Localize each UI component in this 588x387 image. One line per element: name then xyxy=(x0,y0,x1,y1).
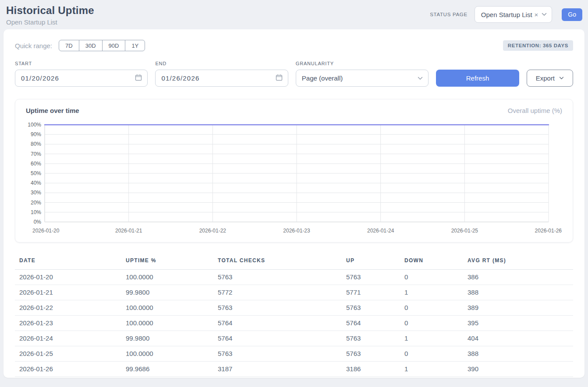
quick-range-7d-button[interactable]: 7D xyxy=(59,40,79,51)
calendar-icon[interactable] xyxy=(135,74,142,82)
y-axis-tick-label: 0% xyxy=(34,219,42,225)
export-button[interactable]: Export xyxy=(527,70,573,87)
refresh-button[interactable]: Refresh xyxy=(436,70,519,87)
column-header: DOWN xyxy=(400,253,463,270)
table-cell: 100.0000 xyxy=(121,270,213,285)
table-cell: 386 xyxy=(463,270,573,285)
uptime-line-chart: 0%10%20%30%40%50%60%70%80%90%100%2026-01… xyxy=(15,118,573,239)
table-cell: 5763 xyxy=(342,300,400,316)
page-subtitle: Open Startup List xyxy=(6,18,94,26)
column-header: AVG RT (MS) xyxy=(463,253,573,270)
y-axis-tick-label: 40% xyxy=(31,180,41,186)
column-header: UP xyxy=(342,253,400,270)
table-cell: 5763 xyxy=(213,300,342,316)
end-date-field: END 01/26/2026 xyxy=(155,61,288,87)
table-cell: 0 xyxy=(400,270,463,285)
chevron-down-icon xyxy=(418,77,423,80)
y-axis-tick-label: 70% xyxy=(31,151,41,157)
table-cell: 2026-01-25 xyxy=(15,346,121,362)
table-header-row: DATEUPTIME %TOTAL CHECKSUPDOWNAVG RT (MS… xyxy=(15,253,573,270)
y-axis-tick-label: 20% xyxy=(31,200,41,206)
table-cell: 99.9800 xyxy=(121,331,213,346)
start-date-value: 01/20/2026 xyxy=(21,74,59,82)
granularity-select[interactable]: Page (overall) xyxy=(296,70,429,87)
table-cell: 100.0000 xyxy=(121,316,213,331)
y-axis-tick-label: 30% xyxy=(31,190,41,196)
retention-badge: RETENTION: 365 DAYS xyxy=(503,40,573,51)
chart-legend: Overall uptime (%) xyxy=(508,107,562,114)
table-row: 2026-01-23100.0000576457640395 xyxy=(15,316,573,331)
title-block: Historical Uptime Open Startup List xyxy=(6,4,94,26)
chevron-down-icon xyxy=(542,13,547,16)
table-row: 2026-01-2499.9800576457631404 xyxy=(15,331,573,346)
quick-range-1y-button[interactable]: 1Y xyxy=(125,40,145,51)
y-axis-tick-label: 100% xyxy=(28,122,41,128)
chart-title: Uptime over time xyxy=(26,107,79,114)
table-cell: 100.0000 xyxy=(121,300,213,316)
top-header: Historical Uptime Open Startup List STAT… xyxy=(0,0,588,26)
table-cell: 99.9686 xyxy=(121,362,213,377)
uptime-table: DATEUPTIME %TOTAL CHECKSUPDOWNAVG RT (MS… xyxy=(15,253,573,377)
go-button[interactable]: Go xyxy=(562,8,582,21)
column-header: TOTAL CHECKS xyxy=(213,253,342,270)
y-axis-tick-label: 50% xyxy=(31,170,41,176)
table-cell: 2026-01-21 xyxy=(15,285,121,300)
table-cell: 2026-01-24 xyxy=(15,331,121,346)
chevron-down-icon xyxy=(559,77,564,80)
table-cell: 5764 xyxy=(213,316,342,331)
table-cell: 2026-01-22 xyxy=(15,300,121,316)
table-cell: 404 xyxy=(463,331,573,346)
quick-range-30d-button[interactable]: 30D xyxy=(79,40,103,51)
table-cell: 5763 xyxy=(213,270,342,285)
table-row: 2026-01-2199.9800577257711388 xyxy=(15,285,573,300)
table-cell: 390 xyxy=(463,362,573,377)
table-cell: 99.9800 xyxy=(121,285,213,300)
granularity-label: GRANULARITY xyxy=(296,61,429,66)
y-axis-tick-label: 80% xyxy=(31,141,41,147)
table-cell: 1 xyxy=(400,285,463,300)
table-cell: 100.0000 xyxy=(121,346,213,362)
table-cell: 395 xyxy=(463,316,573,331)
column-header: UPTIME % xyxy=(121,253,213,270)
quick-range-label: Quick range: xyxy=(15,42,52,49)
table-cell: 2026-01-23 xyxy=(15,316,121,331)
y-axis-tick-label: 90% xyxy=(31,131,41,137)
x-axis-tick-label: 2026-01-20 xyxy=(32,228,60,234)
table-row: 2026-01-25100.0000576357630388 xyxy=(15,346,573,362)
table-cell: 5763 xyxy=(342,331,400,346)
table-cell: 2026-01-26 xyxy=(15,362,121,377)
x-axis-tick-label: 2026-01-24 xyxy=(367,228,394,234)
end-label: END xyxy=(155,61,288,66)
table-row: 2026-01-20100.0000576357630386 xyxy=(15,270,573,285)
table-cell: 5764 xyxy=(213,331,342,346)
x-axis-tick-label: 2026-01-21 xyxy=(115,228,142,234)
clear-selection-icon[interactable]: × xyxy=(535,11,538,18)
table-cell: 5763 xyxy=(342,346,400,362)
table-cell: 3186 xyxy=(342,362,400,377)
table-cell: 388 xyxy=(463,285,573,300)
x-axis-tick-label: 2026-01-23 xyxy=(283,228,310,234)
status-page-label: STATUS PAGE xyxy=(430,12,468,17)
quick-range-button-group: 7D30D90D1Y xyxy=(59,40,145,51)
table-cell: 5771 xyxy=(342,285,400,300)
table-cell: 389 xyxy=(463,300,573,316)
table-row: 2026-01-2699.9686318731861390 xyxy=(15,362,573,377)
x-axis-tick-label: 2026-01-25 xyxy=(451,228,478,234)
status-page-selected-value: Open Startup List xyxy=(481,11,532,18)
x-axis-tick-label: 2026-01-22 xyxy=(199,228,227,234)
start-date-field: START 01/20/2026 xyxy=(15,61,148,87)
quick-range-90d-button[interactable]: 90D xyxy=(102,40,126,51)
start-date-input[interactable]: 01/20/2026 xyxy=(15,70,148,87)
end-date-input[interactable]: 01/26/2026 xyxy=(155,70,288,87)
table-cell: 2026-01-20 xyxy=(15,270,121,285)
granularity-field: GRANULARITY Page (overall) xyxy=(296,61,429,87)
status-page-select[interactable]: Open Startup List × xyxy=(475,6,553,23)
chart-header: Uptime over time Overall uptime (%) xyxy=(15,107,573,114)
y-axis-tick-label: 10% xyxy=(31,209,41,215)
x-axis-tick-label: 2026-01-26 xyxy=(535,228,562,234)
table-cell: 0 xyxy=(400,300,463,316)
table-cell: 5763 xyxy=(342,270,400,285)
table-cell: 388 xyxy=(463,346,573,362)
calendar-icon[interactable] xyxy=(276,74,283,82)
controls-row: START 01/20/2026 END 01/26/2026 GRANULAR… xyxy=(15,61,573,87)
